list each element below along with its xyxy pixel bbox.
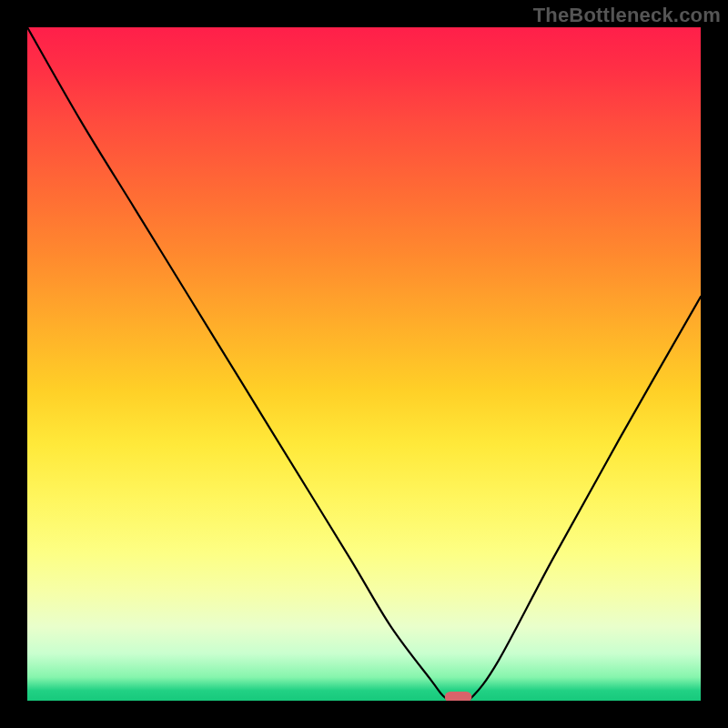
bottleneck-curve (27, 27, 701, 701)
watermark-text: TheBottleneck.com (533, 4, 721, 27)
plot-area (27, 27, 701, 701)
curve-svg (27, 27, 701, 701)
optimum-marker (445, 692, 472, 701)
chart-frame: TheBottleneck.com (0, 0, 728, 728)
